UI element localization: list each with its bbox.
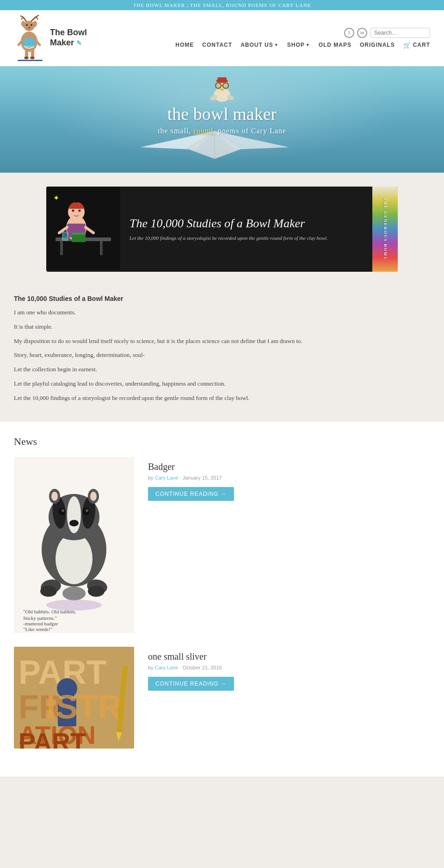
svg-rect-30 (217, 77, 227, 82)
svg-text:ISTR: ISTR (46, 688, 122, 725)
continue-reading-badger[interactable]: CONTINUE READING → (148, 487, 234, 501)
search-input[interactable] (370, 28, 430, 38)
featured-title: The 10,000 Studies of a Bowl Maker (130, 217, 363, 231)
svg-point-74 (62, 587, 86, 600)
featured-illustration: ✦ (46, 187, 120, 272)
frustration-art-icon: PART FR ISTR ATION PART (14, 647, 134, 749)
svg-point-19 (24, 56, 29, 59)
logo-area[interactable]: The Bowl The BowlMaker ✎ (14, 15, 87, 61)
svg-text:Sticky patterns.": Sticky patterns." (23, 615, 57, 621)
svg-rect-41 (60, 241, 63, 255)
main-nav: HOME CONTACT ABOUT US ▼ SHOP ▼ OLD MAPS … (175, 42, 430, 49)
svg-point-56 (56, 533, 92, 584)
svg-point-67 (62, 509, 64, 512)
header-icons: f in (344, 28, 430, 38)
hero-text-block: the bowl maker the small, round, poems o… (158, 104, 286, 135)
news-section-title: News (14, 436, 430, 448)
content-para-5: Let the collection begin in earnest. (14, 365, 430, 375)
news-meta-badger: by Cary Lane · January 15, 2017 (148, 475, 234, 481)
svg-text:PART: PART (18, 728, 86, 749)
svg-point-9 (28, 27, 31, 29)
hero-subtitle: the small, round, poems of Cary Lane (158, 127, 286, 135)
cart-icon: 🛒 (403, 42, 411, 49)
bird-icon (206, 75, 238, 106)
news-section: News (0, 422, 444, 776)
content-section: The 10,000 Studies of a Bowl Maker I am … (0, 286, 444, 422)
svg-point-7 (26, 24, 28, 26)
content-para-4: Story, heart, exuberance, longing, deter… (14, 350, 430, 360)
svg-point-72 (51, 492, 58, 501)
content-para-2: It is that simple. (14, 322, 430, 332)
svg-rect-52 (62, 232, 68, 240)
news-item-badger: "Old habbits. Old habbits. Sticky patter… (14, 457, 430, 633)
paper-plane-icon (141, 131, 289, 163)
svg-point-59 (40, 586, 57, 597)
svg-text:"Like weeds!": "Like weeds!" (23, 626, 52, 632)
svg-point-33 (216, 84, 220, 87)
featured-subtitle: Let the 10,000 findings of a storyologis… (130, 234, 363, 242)
hero-section: the bowl maker the small, round, poems o… (0, 66, 444, 173)
content-para-7: Let the 10,000 findings of a storyologis… (14, 393, 430, 403)
news-image-badger: "Old habbits. Old habbits. Sticky patter… (14, 457, 134, 633)
news-content-badger: Badger by Cary Lane · January 15, 2017 C… (148, 457, 234, 501)
logo-text-block: The BowlMaker ✎ (50, 28, 87, 48)
news-item-title-sliver: one small sliver (148, 651, 234, 662)
nav-old-maps[interactable]: OLD MAPS (319, 42, 352, 48)
nav-cart[interactable]: 🛒 CART (403, 42, 430, 49)
content-para-3: My disposition to do so would lend itsel… (14, 337, 430, 346)
social-icon-1[interactable]: f (344, 28, 354, 38)
nav-home[interactable]: HOME (175, 42, 194, 48)
about-dropdown-arrow: ▼ (274, 43, 279, 47)
news-item-sliver: PART FR ISTR ATION PART one small sliver… (14, 647, 430, 749)
svg-line-2 (21, 17, 23, 19)
top-banner-text: THE BOWL MAKER | THE SMALL, ROUND POEMS … (133, 2, 311, 8)
svg-text:"Old habbits. Old habbits.: "Old habbits. Old habbits. (23, 609, 76, 614)
social-icon-2[interactable]: in (357, 28, 367, 38)
svg-point-46 (79, 210, 81, 212)
logo-name: The BowlMaker ✎ (50, 28, 87, 48)
header-right: f in HOME CONTACT ABOUT US ▼ SHOP ▼ OLD … (175, 28, 430, 49)
bowl-maker-figure-icon: ✦ (46, 187, 120, 270)
news-content-sliver: one small sliver by Cary Lane · October … (148, 647, 234, 691)
badger-illustration-icon: "Old habbits. Old habbits. Sticky patter… (14, 457, 134, 633)
featured-center-content: The 10,000 Studies of a Bowl Maker Let t… (120, 187, 372, 272)
svg-rect-42 (100, 241, 103, 255)
nav-shop[interactable]: SHOP ▼ (287, 42, 310, 48)
svg-point-62 (67, 496, 81, 533)
svg-point-69 (69, 520, 79, 526)
news-meta-sliver: by Cary Lane · October 21, 2016 (148, 665, 234, 670)
svg-point-60 (88, 586, 105, 597)
nav-originals[interactable]: ORIGINALS (360, 42, 395, 48)
nav-contact[interactable]: CONTACT (202, 42, 232, 48)
featured-right-side: THE GENEROUS BOWL (372, 187, 398, 272)
svg-point-45 (72, 210, 74, 212)
deer-logo-icon: The Bowl (14, 15, 46, 61)
featured-banner[interactable]: ✦ The 10,000 Studies of a Bowl Maker Let… (46, 187, 398, 272)
shop-dropdown-arrow: ▼ (306, 43, 310, 47)
nav-about-us[interactable]: ABOUT US ▼ (240, 42, 279, 48)
svg-line-5 (36, 17, 38, 19)
svg-rect-51 (72, 233, 86, 235)
svg-point-73 (90, 492, 97, 501)
hero-subtitle-highlight: round (193, 127, 213, 135)
content-para-6: Let the playful cataloging lead to disco… (14, 379, 430, 389)
news-image-sliver: PART FR ISTR ATION PART (14, 647, 134, 749)
hero-title: the bowl maker (158, 104, 286, 124)
svg-rect-21 (18, 60, 43, 61)
content-para-1: I am one who documents. (14, 308, 430, 318)
svg-point-34 (224, 84, 228, 87)
svg-point-20 (30, 56, 35, 59)
svg-point-68 (86, 509, 88, 512)
continue-reading-sliver[interactable]: CONTINUE READING → (148, 677, 234, 691)
svg-text:-muttered badger: -muttered badger (23, 621, 58, 626)
svg-text:✦: ✦ (53, 194, 59, 202)
svg-point-8 (31, 24, 32, 26)
content-heading: The 10,000 Studies of a Bowl Maker (14, 295, 430, 302)
svg-rect-13 (23, 38, 35, 47)
site-header: The Bowl The BowlMaker ✎ f in HOME CONTA… (0, 10, 444, 66)
featured-section: ✦ The 10,000 Studies of a Bowl Maker Let… (0, 173, 444, 286)
news-item-title-badger: Badger (148, 462, 234, 472)
top-banner: THE BOWL MAKER | THE SMALL, ROUND POEMS … (0, 0, 444, 10)
